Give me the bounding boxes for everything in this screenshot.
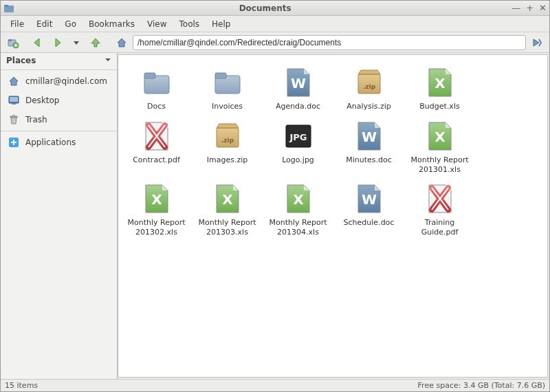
file-label: Schedule.doc bbox=[344, 218, 395, 228]
sidebar-item-trash[interactable]: Trash bbox=[1, 110, 117, 129]
history-dropdown-button[interactable] bbox=[68, 34, 85, 51]
window-title: Documents bbox=[19, 3, 512, 13]
svg-text:X: X bbox=[151, 191, 162, 208]
divider bbox=[1, 131, 117, 131]
svg-text:.zip: .zip bbox=[362, 83, 375, 90]
file-label: Monthly Report 201302.xls bbox=[122, 218, 190, 237]
file-item[interactable]: JPGLogo.jpg bbox=[263, 117, 333, 177]
doc-icon: W bbox=[282, 66, 315, 99]
body: Places cmillar@qindel.com Desktop Trash … bbox=[1, 53, 549, 379]
file-item[interactable]: Contract.pdf bbox=[121, 117, 192, 177]
svg-rect-6 bbox=[10, 97, 18, 102]
content-pane[interactable]: DocsInvoicesWAgenda.doc.zipAnalysis.zipX… bbox=[118, 54, 548, 378]
forward-button[interactable] bbox=[49, 34, 65, 51]
folder-icon bbox=[140, 66, 173, 99]
file-label: Minutes.doc bbox=[346, 155, 392, 165]
svg-text:.zip: .zip bbox=[221, 137, 234, 144]
file-label: Monthly Report 201304.xls bbox=[264, 218, 332, 237]
menu-go[interactable]: Go bbox=[59, 17, 82, 31]
up-button[interactable] bbox=[87, 34, 104, 51]
file-label: Agenda.doc bbox=[276, 102, 320, 111]
file-item[interactable]: XMonthly Report 201304.xls bbox=[263, 179, 333, 240]
sidebar: Places cmillar@qindel.com Desktop Trash … bbox=[1, 53, 118, 379]
svg-text:W: W bbox=[361, 129, 376, 145]
jpg-icon: JPG bbox=[282, 120, 315, 153]
file-item[interactable]: Training Guide.pdf bbox=[404, 179, 475, 240]
minimize-button[interactable]: — bbox=[512, 3, 520, 13]
svg-text:W: W bbox=[361, 191, 376, 208]
svg-text:X: X bbox=[434, 129, 446, 145]
file-label: Analysis.zip bbox=[346, 102, 391, 111]
status-item-count: 15 items bbox=[5, 381, 38, 390]
back-button[interactable] bbox=[30, 34, 46, 51]
sidebar-item-label: Applications bbox=[25, 138, 76, 147]
file-item[interactable]: WAgenda.doc bbox=[263, 63, 333, 114]
file-manager-window: Documents — + ✕ File Edit Go Bookmarks V… bbox=[0, 0, 550, 392]
file-item[interactable]: XBudget.xls bbox=[404, 63, 475, 114]
xls-icon: X bbox=[424, 120, 456, 153]
go-button[interactable] bbox=[529, 34, 545, 51]
sidebar-header-label: Places bbox=[6, 56, 36, 65]
xls-icon: X bbox=[282, 182, 315, 215]
xls-icon: X bbox=[211, 182, 244, 215]
svg-text:X: X bbox=[434, 75, 446, 91]
xls-icon: X bbox=[140, 182, 173, 215]
file-label: Logo.jpg bbox=[282, 155, 314, 165]
menu-file[interactable]: File bbox=[5, 17, 30, 31]
path-input[interactable] bbox=[133, 35, 526, 50]
status-free-space: Free space: 3.4 GB (Total: 7.6 GB) bbox=[418, 381, 545, 390]
window-controls: — + ✕ bbox=[512, 3, 547, 13]
trash-icon bbox=[8, 113, 20, 126]
home-button[interactable] bbox=[113, 34, 130, 51]
file-label: Monthly Report 201303.xls bbox=[193, 218, 261, 237]
chevron-down-icon bbox=[104, 56, 111, 65]
svg-rect-8 bbox=[10, 116, 17, 118]
file-item[interactable]: WSchedule.doc bbox=[333, 179, 404, 240]
svg-text:JPG: JPG bbox=[289, 132, 307, 142]
close-button[interactable]: ✕ bbox=[539, 3, 547, 13]
xls-icon: X bbox=[424, 66, 456, 99]
file-label: Budget.xls bbox=[419, 102, 459, 111]
menubar: File Edit Go Bookmarks View Tools Help bbox=[1, 16, 549, 32]
new-tab-button[interactable] bbox=[5, 34, 21, 51]
pdf-icon bbox=[424, 182, 456, 215]
titlebar[interactable]: Documents — + ✕ bbox=[1, 1, 549, 16]
file-item[interactable]: .zipImages.zip bbox=[192, 117, 263, 177]
zip-icon: .zip bbox=[353, 66, 386, 99]
svg-rect-12 bbox=[144, 73, 155, 78]
menu-edit[interactable]: Edit bbox=[31, 17, 58, 31]
file-label: Docs bbox=[147, 102, 166, 111]
file-item[interactable]: .zipAnalysis.zip bbox=[333, 63, 404, 114]
statusbar: 15 items Free space: 3.4 GB (Total: 7.6 … bbox=[1, 379, 549, 391]
menu-view[interactable]: View bbox=[142, 17, 172, 31]
file-item[interactable]: Invoices bbox=[192, 63, 263, 114]
pdf-icon bbox=[140, 120, 173, 153]
svg-rect-9 bbox=[12, 115, 15, 116]
menu-bookmarks[interactable]: Bookmarks bbox=[83, 17, 140, 31]
svg-text:W: W bbox=[290, 75, 305, 91]
file-item[interactable]: XMonthly Report 201303.xls bbox=[192, 179, 263, 240]
folder-icon bbox=[3, 3, 14, 14]
file-item[interactable]: XMonthly Report 201302.xls bbox=[121, 179, 192, 240]
svg-rect-7 bbox=[12, 103, 16, 105]
sidebar-item-home[interactable]: cmillar@qindel.com bbox=[1, 72, 117, 91]
sidebar-item-desktop[interactable]: Desktop bbox=[1, 91, 117, 110]
menu-help[interactable]: Help bbox=[206, 17, 236, 31]
maximize-button[interactable]: + bbox=[526, 3, 534, 13]
svg-rect-1 bbox=[4, 5, 8, 7]
home-icon bbox=[8, 75, 20, 87]
file-label: Images.zip bbox=[207, 155, 248, 165]
file-label: Contract.pdf bbox=[133, 155, 180, 165]
menu-tools[interactable]: Tools bbox=[174, 17, 206, 31]
sidebar-item-applications[interactable]: Applications bbox=[1, 133, 117, 152]
file-label: Monthly Report 201301.xls bbox=[406, 155, 474, 175]
divider bbox=[1, 69, 117, 70]
file-label: Invoices bbox=[212, 102, 243, 111]
file-item[interactable]: Docs bbox=[121, 63, 192, 114]
file-item[interactable]: WMinutes.doc bbox=[333, 117, 404, 177]
sidebar-header[interactable]: Places bbox=[1, 53, 117, 68]
sidebar-item-label: cmillar@qindel.com bbox=[25, 76, 107, 86]
desktop-icon bbox=[8, 94, 20, 107]
doc-icon: W bbox=[353, 182, 386, 215]
file-item[interactable]: XMonthly Report 201301.xls bbox=[404, 117, 475, 177]
